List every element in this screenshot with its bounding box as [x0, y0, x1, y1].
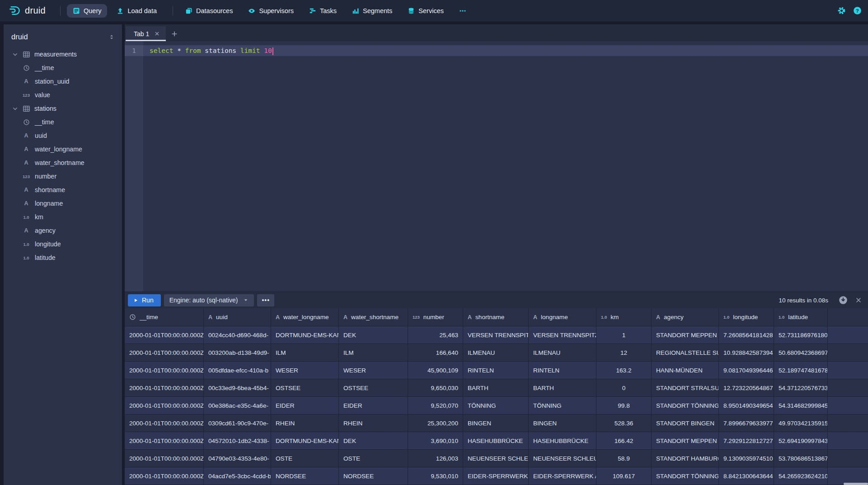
cell-water-longname[interactable]: NORDSEE [271, 467, 339, 485]
cell-shortname[interactable]: BINGEN [463, 414, 529, 432]
cell-longname[interactable]: EIDER-SPERRWERK AP [529, 467, 596, 485]
help-icon[interactable]: ? [853, 6, 862, 15]
cell-latitude[interactable]: 49.970342135915 [774, 414, 828, 432]
cell-km[interactable]: 0 [596, 379, 652, 396]
nav-item-supervisors[interactable]: Supervisors [242, 4, 300, 18]
column-header-longitude[interactable]: 1.0longitude [719, 308, 774, 326]
cell-number[interactable]: 9,530,010 [408, 467, 463, 485]
cell-longname[interactable]: ILMENAU [529, 344, 596, 361]
tree-item-longitude[interactable]: 1.0longitude [4, 237, 122, 251]
tree-item-station-uuid[interactable]: Astation_uuid [4, 75, 122, 88]
tree-item-measurements[interactable]: measurements [4, 47, 122, 61]
tree-item-agency[interactable]: Aagency [4, 224, 122, 237]
cell-agency[interactable]: STANDORT MEPPEN [652, 326, 719, 344]
cell-water-shortname[interactable]: EIDER [339, 397, 408, 414]
tree-item-latitude[interactable]: 1.0latitude [4, 251, 122, 264]
column-header-km[interactable]: 1.0km [596, 308, 652, 326]
nav-item-segments[interactable]: Segments [346, 4, 398, 18]
cell-latitude[interactable]: 52.694190997843 [774, 432, 828, 449]
tree-item-time[interactable]: __time [4, 61, 122, 75]
cell-latitude[interactable]: 54.265923624210 [774, 467, 828, 485]
cell-longname[interactable]: BINGEN [529, 414, 596, 432]
cell-agency[interactable]: REGIONALSTELLE SUHL [652, 344, 719, 361]
cell-water-longname[interactable]: OSTSEE [271, 379, 339, 396]
nav-item-more[interactable] [453, 4, 472, 18]
column-header-number[interactable]: 123number [408, 308, 463, 326]
cell-latitude[interactable]: 54.371220576733 [774, 379, 828, 396]
cell-water-longname[interactable]: ILM [271, 344, 339, 361]
cell-shortname[interactable]: NEUENSEER SCHLEUSE [463, 450, 529, 467]
cell-water-shortname[interactable]: RHEIN [339, 414, 408, 432]
cell-longitude[interactable]: 9.0817049396446 [719, 362, 774, 379]
cell-km[interactable]: 163.2 [596, 362, 652, 379]
cell-water-longname[interactable]: OSTE [271, 450, 339, 467]
cell-time[interactable]: 2000-01-01T00:00:00.000Z [125, 362, 204, 379]
column-header-time[interactable]: __time [125, 308, 204, 326]
column-header-uuid[interactable]: Auuid [204, 308, 271, 326]
tree-item-km[interactable]: 1.0km [4, 210, 122, 224]
sql-editor[interactable]: 1 select * from stations limit 10 [125, 41, 868, 292]
cell-longitude[interactable]: 7.2608564181428 [719, 326, 774, 344]
tree-item-water-longname[interactable]: Awater_longname [4, 142, 122, 156]
cell-number[interactable]: 166,640 [408, 344, 463, 361]
editor-code-area[interactable]: select * from stations limit 10 [143, 41, 868, 292]
tree-item-longname[interactable]: Alongname [4, 197, 122, 210]
cell-latitude[interactable]: 52.189747481678 [774, 362, 828, 379]
cell-shortname[interactable]: RINTELN [463, 362, 529, 379]
nav-item-load-data[interactable]: Load data [111, 4, 163, 18]
cell-water-shortname[interactable]: DEK [339, 326, 408, 344]
cell-longname[interactable]: HASEHUBBRÜCKE [529, 432, 596, 449]
cell-latitude[interactable]: 52.731186976180 [774, 326, 828, 344]
cell-number[interactable]: 9,650,030 [408, 379, 463, 396]
cell-water-shortname[interactable]: DEK [339, 432, 408, 449]
cell-uuid[interactable]: 00c33ed9-6bea-45b4- [204, 379, 271, 396]
engine-select-button[interactable]: Engine: auto (sql-native) [164, 294, 254, 306]
cell-uuid[interactable]: 0309cd61-90c9-470e- [204, 414, 271, 432]
tree-item-stations[interactable]: stations [4, 102, 122, 115]
cell-agency[interactable]: STANDORT STRALSUND [652, 379, 719, 396]
cell-uuid[interactable]: 005dfdae-efcc-410a-b [204, 362, 271, 379]
cell-agency[interactable]: STANDORT BINGEN [652, 414, 719, 432]
column-header-water-shortname[interactable]: Awater_shortname [339, 308, 408, 326]
cell-shortname[interactable]: EIDER-SPERRWERK AP [463, 467, 529, 485]
column-header-latitude[interactable]: 1.0latitude [774, 308, 828, 326]
cell-uuid[interactable]: 0024cc40-d690-468d- [204, 326, 271, 344]
column-header-water-longname[interactable]: Awater_longname [271, 308, 339, 326]
cell-shortname[interactable]: TÖNNING [463, 397, 529, 414]
cell-km[interactable]: 99.8 [596, 397, 652, 414]
cell-time[interactable]: 2000-01-01T00:00:00.000Z [125, 450, 204, 467]
cell-number[interactable]: 3,690,010 [408, 432, 463, 449]
druid-brand[interactable]: druid [8, 5, 46, 17]
nav-item-services[interactable]: Services [402, 4, 450, 18]
cell-water-shortname[interactable]: OSTE [339, 450, 408, 467]
cell-water-shortname[interactable]: NORDSEE [339, 467, 408, 485]
cell-longname[interactable]: RINTELN [529, 362, 596, 379]
cell-km[interactable]: 1 [596, 326, 652, 344]
cell-shortname[interactable]: BARTH [463, 379, 529, 396]
cell-longname[interactable]: VERSEN TRENNSPITZE [529, 326, 596, 344]
cell-water-longname[interactable]: RHEIN [271, 414, 339, 432]
cell-longname[interactable]: NEUENSEER SCHLEUSE [529, 450, 596, 467]
cell-uuid[interactable]: 04790e03-4353-4e80- [204, 450, 271, 467]
tab-1[interactable]: Tab 1 [126, 26, 166, 41]
tree-item-uuid[interactable]: Auuid [4, 129, 122, 142]
cell-water-longname[interactable]: DORTMUND-EMS-KANAL [271, 326, 339, 344]
cell-number[interactable]: 25,463 [408, 326, 463, 344]
cell-water-longname[interactable]: WESER [271, 362, 339, 379]
cell-agency[interactable]: STANDORT TÖNNING [652, 397, 719, 414]
nav-item-datasources[interactable]: Datasources [179, 4, 239, 18]
cell-time[interactable]: 2000-01-01T00:00:00.000Z [125, 432, 204, 449]
tree-item-value[interactable]: 123value [4, 88, 122, 102]
cell-km[interactable]: 58.9 [596, 450, 652, 467]
cell-shortname[interactable]: VERSEN TRENNSPITZE [463, 326, 529, 344]
cell-latitude[interactable]: 50.680942368697 [774, 344, 828, 361]
cell-agency[interactable]: HANN-MÜNDEN [652, 362, 719, 379]
cell-km[interactable]: 166.42 [596, 432, 652, 449]
column-header-shortname[interactable]: Ashortname [463, 308, 529, 326]
tree-item-number[interactable]: 123number [4, 170, 122, 183]
cell-uuid[interactable]: 04572010-1db2-4338- [204, 432, 271, 449]
cell-longitude[interactable]: 7.8996679633977 [719, 414, 774, 432]
cell-time[interactable]: 2000-01-01T00:00:00.000Z [125, 397, 204, 414]
cell-number[interactable]: 9,520,070 [408, 397, 463, 414]
double-caret-sort-icon[interactable] [108, 34, 115, 40]
